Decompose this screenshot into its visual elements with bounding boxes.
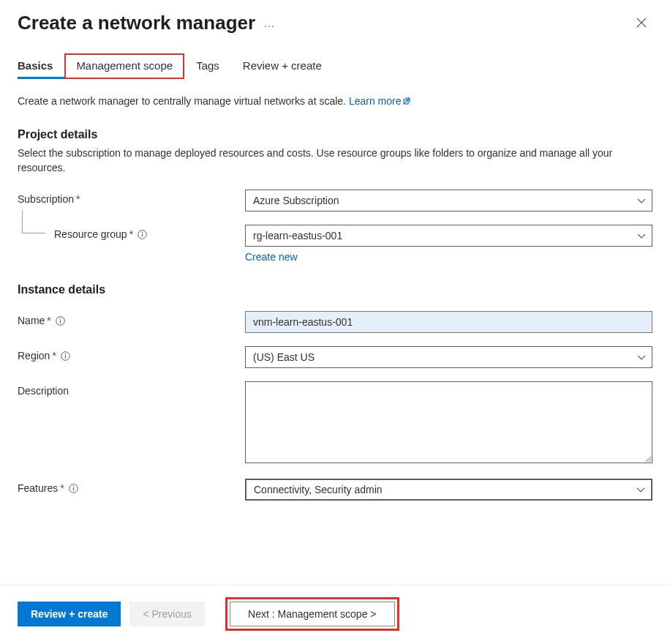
info-icon[interactable] (61, 351, 70, 361)
svg-rect-3 (142, 233, 143, 236)
resource-group-value: rg-learn-eastus-001 (253, 230, 342, 242)
tab-tags[interactable]: Tags (184, 53, 231, 79)
subscription-select[interactable]: Azure Subscription (245, 190, 652, 211)
next-button[interactable]: Next : Management scope > (230, 602, 395, 626)
resource-group-select[interactable]: rg-learn-eastus-001 (245, 225, 652, 247)
svg-point-8 (65, 353, 67, 355)
project-details-heading: Project details (18, 128, 652, 141)
description-textarea[interactable] (245, 381, 652, 463)
svg-rect-12 (73, 487, 74, 490)
region-label: Region* (18, 346, 245, 362)
instance-details-heading: Instance details (18, 283, 652, 296)
tab-management-scope[interactable]: Management scope (64, 53, 184, 79)
intro-description: Create a network manager to centrally ma… (18, 95, 349, 107)
indent-connector (22, 210, 45, 233)
close-button[interactable] (631, 12, 652, 34)
svg-point-5 (60, 318, 61, 320)
close-icon (636, 18, 647, 28)
chevron-down-icon (637, 351, 646, 363)
svg-rect-9 (65, 355, 66, 358)
resource-group-label-text: Resource group (54, 228, 127, 240)
chevron-down-icon (636, 484, 645, 495)
region-label-text: Region (18, 350, 50, 362)
external-link-icon (403, 94, 412, 109)
tab-bar: Basics Management scope Tags Review + cr… (0, 53, 670, 79)
description-label: Description (18, 381, 245, 397)
description-label-text: Description (18, 385, 69, 397)
page-title: Create a network manager (18, 12, 255, 34)
subscription-label-text: Subscription (18, 193, 74, 205)
svg-rect-6 (60, 320, 61, 323)
info-icon[interactable] (138, 230, 147, 239)
footer-bar: Review + create < Previous Next : Manage… (0, 585, 670, 644)
more-options-icon[interactable]: ··· (264, 20, 275, 31)
required-marker: * (129, 228, 133, 240)
required-marker: * (76, 193, 80, 205)
name-label: Name* (18, 311, 245, 326)
required-marker: * (52, 350, 56, 362)
features-label-text: Features (18, 482, 58, 494)
name-label-text: Name (18, 315, 45, 326)
svg-point-2 (142, 232, 143, 233)
region-select[interactable]: (US) East US (245, 346, 652, 368)
svg-point-11 (72, 486, 74, 487)
project-details-description: Select the subscription to manage deploy… (18, 146, 652, 175)
create-new-link[interactable]: Create new (245, 251, 298, 263)
chevron-down-icon (637, 195, 646, 206)
intro-text: Create a network manager to centrally ma… (18, 94, 652, 109)
info-icon[interactable] (56, 316, 65, 326)
tab-basics[interactable]: Basics (18, 53, 64, 79)
review-create-button[interactable]: Review + create (18, 602, 121, 626)
required-marker: * (47, 315, 50, 326)
required-marker: * (60, 482, 64, 494)
features-value: Connectivity, Security admin (254, 484, 383, 495)
features-select[interactable]: Connectivity, Security admin (245, 479, 652, 501)
subscription-label: Subscription* (18, 190, 245, 205)
subscription-value: Azure Subscription (253, 195, 339, 206)
info-icon[interactable] (69, 484, 78, 493)
learn-more-label: Learn more (349, 95, 402, 107)
resource-group-label: Resource group* (18, 225, 245, 240)
tab-review-create[interactable]: Review + create (231, 53, 334, 79)
learn-more-link[interactable]: Learn more (349, 95, 413, 107)
previous-button[interactable]: < Previous (129, 602, 205, 626)
name-input[interactable] (245, 311, 652, 333)
next-button-highlight: Next : Management scope > (225, 597, 399, 631)
features-label: Features* (18, 479, 245, 494)
chevron-down-icon (637, 230, 646, 242)
region-value: (US) East US (253, 351, 315, 363)
